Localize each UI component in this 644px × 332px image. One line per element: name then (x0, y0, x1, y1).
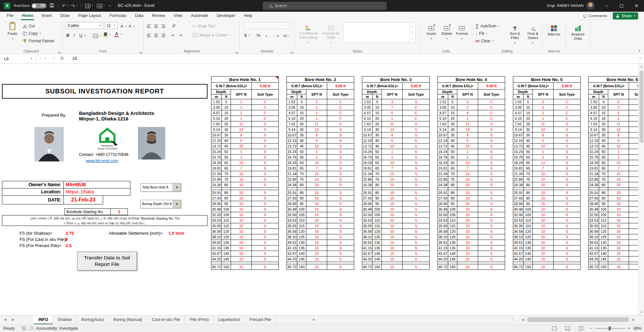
cell-depth-ft[interactable]: 145 (297, 256, 306, 262)
cell-spt-n[interactable]: 10 (533, 212, 554, 218)
cell-spt-n[interactable]: 10 (608, 171, 629, 177)
cell-soil-type[interactable]: S (403, 177, 430, 182)
cell-depth-m[interactable]: 32.00 (589, 212, 599, 218)
cell-soil-type[interactable]: S (554, 160, 581, 166)
formula-input[interactable]: 15 (72, 56, 77, 61)
cell-depth-m[interactable]: 18.29 (211, 160, 222, 166)
cell-depth-ft[interactable]: 50 (524, 149, 533, 155)
cell-depth-ft[interactable]: 100 (599, 207, 608, 212)
gallery-scroll-strip[interactable]: ▲▼▼ (409, 23, 415, 42)
cell-depth-m[interactable]: 35.05 (211, 223, 222, 229)
cell-depth-m[interactable]: 39.62 (287, 240, 297, 245)
cell-depth-m[interactable]: 19.81 (287, 166, 297, 171)
cell-depth-ft[interactable]: 110 (524, 218, 533, 223)
cell-depth-m[interactable]: 44.20 (438, 256, 448, 262)
cell-spt-n[interactable]: 13 (533, 160, 554, 166)
cell-depth-ft[interactable]: 140 (222, 251, 231, 256)
cell-soil-type[interactable]: S (403, 256, 430, 262)
cell-spt-n[interactable]: 10 (306, 207, 327, 212)
cell-depth-ft[interactable]: 100 (222, 207, 231, 212)
gwt-value[interactable]: 5.00 ft (554, 83, 581, 90)
cell-depth-ft[interactable]: 145 (373, 256, 382, 262)
cell-soil-type[interactable]: S (327, 229, 354, 234)
cell-depth-m[interactable]: 39.62 (513, 240, 524, 245)
cell-depth-ft[interactable]: 60 (373, 160, 382, 166)
cell-depth-m[interactable]: 18.29 (362, 160, 373, 166)
cell-depth-ft[interactable]: 35 (222, 132, 231, 138)
cell-spt-n[interactable]: 10 (231, 251, 252, 256)
cell-soil-type[interactable]: S (403, 127, 430, 132)
cell-depth-ft[interactable]: 30 (599, 127, 608, 132)
cell-depth-m[interactable]: 9.14 (589, 127, 599, 132)
cell-depth-ft[interactable]: 105 (524, 212, 533, 218)
insert-cells-button[interactable]: + Insert ▼ (424, 22, 438, 41)
cell-spt-n[interactable]: 1 (231, 155, 252, 160)
cell-depth-m[interactable]: 38.10 (211, 234, 222, 240)
cell-spt-n[interactable]: 1 (382, 155, 403, 160)
cell-soil-type[interactable]: S (327, 132, 354, 138)
cell-depth-m[interactable]: 30.48 (211, 207, 222, 212)
cell-depth-m[interactable]: 4.57 (211, 110, 222, 116)
sheet-tab-liquefaction[interactable]: Liquefaction (214, 315, 245, 324)
scroll-up-icon[interactable]: ▲ (638, 65, 644, 68)
cell-soil-type[interactable]: C (554, 105, 581, 110)
cell-spt-n[interactable]: 8 (306, 132, 327, 138)
cell-spt-n[interactable]: 8 (382, 132, 403, 138)
cell-depth-m[interactable]: 27.43 (513, 196, 524, 201)
cell-soil-type[interactable]: S (478, 132, 505, 138)
cell-spt-n[interactable]: 10 (457, 245, 478, 251)
cell-soil-type[interactable]: S (327, 245, 354, 251)
cell-depth-ft[interactable]: 85 (373, 190, 382, 196)
cell-depth-ft[interactable]: 105 (599, 212, 608, 218)
cell-depth-ft[interactable]: 35 (448, 132, 457, 138)
cell-depth-m[interactable]: 35.05 (589, 223, 599, 229)
cell-soil-type[interactable]: S (403, 121, 430, 127)
cell-spt-n[interactable]: 1 (533, 116, 554, 121)
analyze-data-button[interactable]: Analyze Data (569, 23, 587, 41)
cell-spt-n[interactable]: 10 (533, 190, 554, 196)
cell-depth-ft[interactable]: 105 (448, 212, 457, 218)
cell-depth-ft[interactable]: 40 (297, 138, 306, 144)
cell-spt-n[interactable]: 10 (457, 229, 478, 234)
cell-depth-ft[interactable]: 20 (448, 116, 457, 121)
paste-button[interactable]: Paste ▼ (5, 22, 20, 41)
cell-spt-n[interactable]: 10 (306, 251, 327, 256)
find-select-button[interactable]: Find & Select ▼ (524, 22, 541, 45)
cell-spt-n[interactable]: 1 (306, 149, 327, 155)
cell-depth-ft[interactable]: 75 (373, 177, 382, 182)
cell-depth-ft[interactable]: 135 (524, 245, 533, 251)
cell-depth-ft[interactable]: 25 (524, 121, 533, 127)
cell-spt-n[interactable]: 5 (608, 138, 629, 144)
cell-depth-m[interactable]: 9.14 (438, 127, 448, 132)
cell-soil-type[interactable]: C (478, 99, 505, 105)
cell-soil-type[interactable]: C (327, 99, 354, 105)
ribbon-tab-view[interactable]: View (169, 12, 187, 20)
cell-spt-n[interactable]: 1 (457, 116, 478, 121)
cell-spt-n[interactable]: 7 (382, 166, 403, 171)
cell-depth-m[interactable]: 12.19 (287, 138, 297, 144)
cell-depth-m[interactable]: 18.29 (438, 160, 448, 166)
cell-depth-ft[interactable]: 15 (222, 110, 231, 116)
cell-spt-n[interactable]: 10 (533, 207, 554, 212)
cell-spt-n[interactable]: 1 (533, 110, 554, 116)
redo-dropdown-icon[interactable]: ▾ (76, 4, 77, 7)
cell-depth-m[interactable]: 41.15 (287, 245, 297, 251)
cell-depth-m[interactable]: 35.05 (362, 223, 373, 229)
cell-depth-m[interactable]: 24.38 (438, 182, 448, 188)
cell-depth-ft[interactable]: 135 (373, 245, 382, 251)
cell-depth-ft[interactable]: 130 (297, 240, 306, 245)
cell-depth-ft[interactable]: 65 (222, 166, 231, 171)
cell-soil-type[interactable]: S (403, 234, 430, 240)
cell-depth-ft[interactable]: 55 (222, 155, 231, 160)
cell-soil-type[interactable]: S (327, 218, 354, 223)
underline-button[interactable]: U▾ (79, 32, 86, 38)
cell-depth-ft[interactable]: 125 (222, 234, 231, 240)
cell-soil-type[interactable]: S (478, 229, 505, 234)
cell-depth-ft[interactable]: 50 (448, 149, 457, 155)
cell-depth-ft[interactable]: 45 (222, 144, 231, 149)
cell-soil-type[interactable]: S (252, 234, 279, 240)
cell-spt-n[interactable]: 5 (457, 138, 478, 144)
format-cells-button[interactable]: Format ▼ (455, 22, 469, 41)
cell-soil-type[interactable]: S (554, 251, 581, 256)
borehole-title[interactable]: Bore Hole No. 5 (513, 76, 581, 83)
